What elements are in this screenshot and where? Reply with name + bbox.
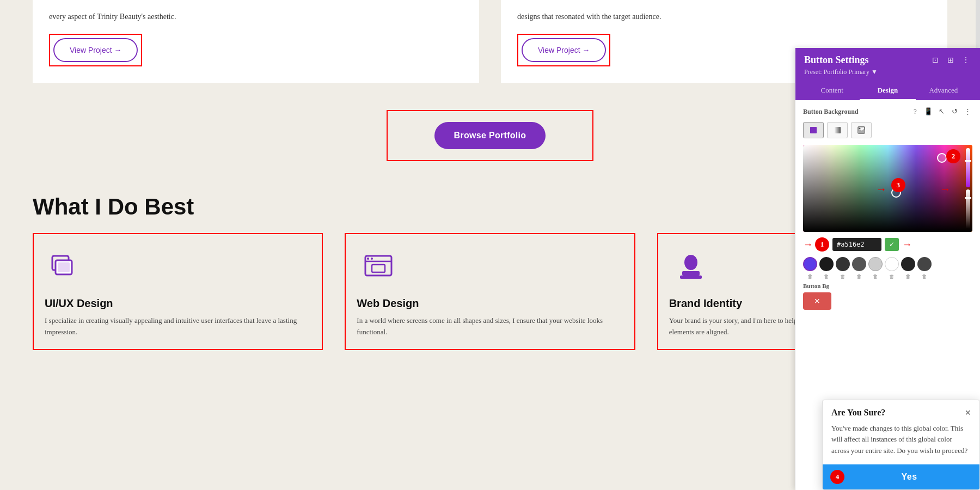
swatch-item-1: 🗑 [803, 257, 817, 279]
arrow-to-badge1: → [803, 239, 813, 250]
panel-preset[interactable]: Preset: Portfolio Primary ▼ [804, 68, 971, 76]
tab-design[interactable]: Design [860, 82, 915, 100]
svg-point-15 [859, 128, 861, 130]
svg-point-7 [367, 258, 369, 260]
undo-icon[interactable]: ↺ [950, 107, 959, 117]
panel-title: Button Settings [804, 54, 869, 66]
yes-label: Yes [901, 472, 917, 481]
expand-icon[interactable]: ⊡ [930, 55, 941, 66]
swatch-3[interactable] [836, 257, 850, 271]
project-card-1: every aspect of Trinity Beauty's aesthet… [33, 0, 479, 83]
delete-icon: ✕ [814, 297, 820, 305]
swatch-item-5: 🗑 [868, 257, 883, 279]
dialog-close-button[interactable]: × [965, 408, 971, 418]
color-confirm-button[interactable]: ✓ [885, 238, 899, 251]
browse-wrapper: Browse Portfolio [387, 110, 593, 161]
are-you-sure-dialog: Are You Sure? × You've made changes to t… [822, 400, 980, 490]
yes-btn-wrapper: → Yes 4 [823, 464, 979, 489]
fill-tab-solid[interactable] [803, 122, 824, 138]
skill-desc-web: In a world where screens come in all sha… [357, 315, 623, 338]
button-settings-panel: Button Settings ⊡ ⊞ ⋮ Preset: Portfolio … [795, 48, 980, 490]
swatch-delete-4[interactable]: 🗑 [856, 273, 862, 279]
help-icon[interactable]: ? [910, 107, 920, 117]
slider-thumb-1 [965, 160, 971, 162]
view-project-btn-wrapper-1: View Project → [49, 34, 142, 66]
slider-thumb-2 [965, 197, 971, 199]
view-project-button-2[interactable]: View Project → [522, 38, 606, 62]
swatch-item-2: 🗑 [819, 257, 834, 279]
swatch-delete-7[interactable]: 🗑 [905, 273, 911, 279]
color-picker[interactable]: 3 2 → → [803, 145, 972, 232]
card-text-2: designs that resonated with the target a… [517, 11, 931, 23]
dialog-yes-button[interactable]: Yes [823, 464, 979, 489]
more-options-icon[interactable]: ⋮ [963, 107, 972, 117]
badge-1: 1 [815, 237, 829, 252]
swatch-4[interactable] [852, 257, 866, 271]
brand-icon [669, 245, 713, 289]
swatch-delete-2[interactable]: 🗑 [824, 273, 829, 279]
dialog-header: Are You Sure? × [823, 400, 979, 423]
fill-tab-image[interactable] [851, 122, 872, 138]
svg-point-9 [684, 255, 697, 270]
skill-name-uiux: UI/UX Design [45, 297, 311, 310]
swatch-item-3: 🗑 [836, 257, 850, 279]
swatch-delete-8[interactable]: 🗑 [922, 273, 927, 279]
swatch-delete-6[interactable]: 🗑 [889, 273, 895, 279]
slider-1[interactable] [966, 148, 970, 187]
tab-advanced[interactable]: Advanced [916, 82, 971, 100]
section-label-row: Button Background ? 📱 ↖ ↺ ⋮ [803, 107, 972, 117]
dialog-body: You've made changes to this global color… [823, 423, 979, 464]
swatch-6[interactable] [885, 257, 899, 271]
color-picker-container: 3 2 → → [803, 145, 972, 232]
panel-header: Button Settings ⊡ ⊞ ⋮ Preset: Portfolio … [795, 48, 980, 100]
swatch-1[interactable] [803, 257, 817, 271]
slider-2[interactable] [966, 189, 970, 229]
color-sliders [966, 148, 971, 229]
preset-label: Preset: Portfolio Primary ▼ [804, 68, 878, 76]
badge1-wrapper: → 1 [803, 237, 829, 252]
fill-tab-gradient[interactable] [827, 122, 848, 138]
swatch-item-6: 🗑 [885, 257, 899, 279]
delete-row: ✕ [803, 292, 972, 310]
swatch-5[interactable] [868, 257, 883, 271]
fill-type-tabs [803, 122, 972, 138]
panel-tabs: Content Design Advanced [804, 82, 971, 100]
skill-card-web: Web Design In a world where screens come… [345, 233, 635, 350]
svg-point-8 [371, 258, 373, 260]
color-hex-input[interactable] [832, 238, 881, 251]
arrow-after-hex: → [902, 239, 912, 250]
view-project-btn-wrapper-2: View Project → [517, 34, 610, 66]
skill-name-web: Web Design [357, 297, 623, 310]
delete-button[interactable]: ✕ [803, 292, 831, 310]
panel-title-icons: ⊡ ⊞ ⋮ [930, 55, 971, 66]
swatch-2[interactable] [819, 257, 834, 271]
swatch-item-4: 🗑 [852, 257, 866, 279]
swatch-item-7: 🗑 [901, 257, 915, 279]
page-layout: every aspect of Trinity Beauty's aesthet… [0, 0, 980, 490]
view-project-button-1[interactable]: View Project → [53, 38, 138, 62]
mobile-icon[interactable]: 📱 [923, 107, 933, 117]
dialog-title: Are You Sure? [831, 408, 885, 418]
swatch-row: 🗑 🗑 🗑 🗑 🗑 [803, 257, 972, 279]
swatch-delete-5[interactable]: 🗑 [873, 273, 878, 279]
swatch-item-8: 🗑 [917, 257, 932, 279]
section-label: Button Background [803, 108, 858, 116]
section-icons: ? 📱 ↖ ↺ ⋮ [910, 107, 972, 117]
swatch-7[interactable] [901, 257, 915, 271]
web-icon [357, 245, 400, 289]
saturation-gradient [803, 145, 972, 232]
swatch-delete-1[interactable]: 🗑 [807, 273, 813, 279]
split-icon[interactable]: ⊞ [945, 55, 956, 66]
svg-rect-13 [834, 127, 841, 133]
svg-rect-5 [372, 265, 385, 272]
swatch-8[interactable] [917, 257, 932, 271]
more-icon[interactable]: ⋮ [960, 55, 971, 66]
btn-r-label: Button Bg [803, 283, 972, 289]
panel-title-row: Button Settings ⊡ ⊞ ⋮ [804, 54, 971, 66]
browse-portfolio-button[interactable]: Browse Portfolio [434, 122, 546, 149]
card-text-1: every aspect of Trinity Beauty's aesthet… [49, 11, 463, 23]
tab-content[interactable]: Content [804, 82, 860, 100]
swatch-delete-3[interactable]: 🗑 [840, 273, 846, 279]
cursor-icon[interactable]: ↖ [936, 107, 946, 117]
skills-title: What I Do Best [33, 194, 194, 220]
